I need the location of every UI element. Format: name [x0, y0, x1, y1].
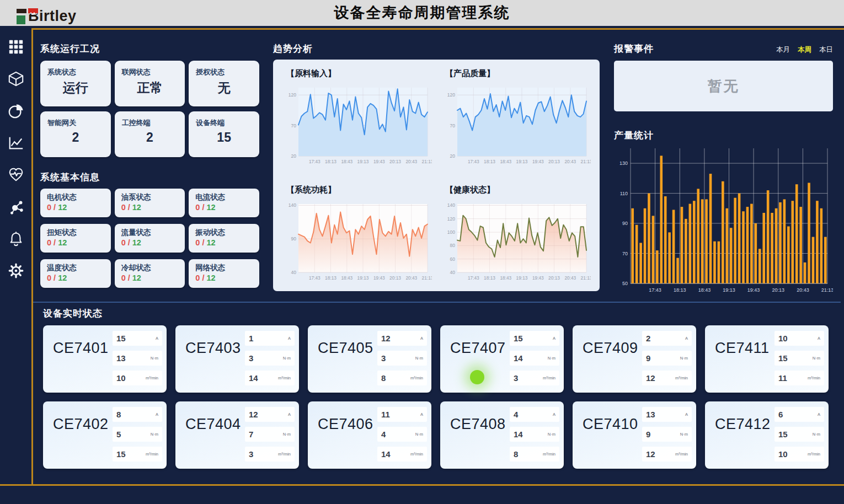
sidebar-item-health[interactable] [7, 166, 25, 184]
svg-text:70: 70 [291, 123, 297, 128]
svg-text:100: 100 [447, 229, 455, 235]
svg-text:18:43: 18:43 [500, 275, 511, 281]
health-status-line-chart: 40608010012014017:4318:1318:4319:1319:43… [441, 199, 591, 286]
svg-text:17:43: 17:43 [309, 159, 320, 164]
svg-text:20: 20 [450, 153, 456, 159]
svg-text:18:43: 18:43 [341, 159, 352, 164]
svg-text:19:13: 19:13 [723, 287, 735, 293]
sidebar-item-settings[interactable] [7, 262, 25, 280]
sidebar-item-dashboard[interactable] [7, 38, 25, 56]
alarm-empty-card: 暂无 [614, 61, 833, 111]
sidebar-item-assets[interactable] [7, 70, 25, 88]
trend-panel: 趋势分析 【原料输入】 207012017:4318:1318:4319:131… [273, 30, 600, 291]
sidebar-item-trends[interactable] [7, 134, 25, 152]
tab-today[interactable]: 本日 [819, 45, 833, 55]
svg-text:17:43: 17:43 [309, 275, 320, 281]
page-title: 设备全寿命周期管理系统 [0, 0, 844, 26]
svg-text:18:13: 18:13 [484, 275, 495, 281]
svg-text:20:43: 20:43 [405, 275, 417, 281]
line-chart-icon [8, 135, 24, 151]
alarm-range-tabs: 本月 本周 本日 [776, 45, 833, 55]
svg-text:20:13: 20:13 [389, 159, 401, 164]
sidebar-item-analytics[interactable] [7, 102, 25, 120]
svg-text:18:43: 18:43 [341, 275, 352, 281]
section-title-devices: 设备实时状态 [43, 307, 841, 320]
svg-text:18:13: 18:13 [484, 159, 495, 164]
svg-text:90: 90 [622, 221, 628, 226]
sidebar-item-topology[interactable] [7, 198, 25, 216]
status-card: 联网状态正常 [115, 61, 185, 106]
svg-text:40: 40 [291, 270, 297, 275]
grid-icon [8, 39, 24, 55]
svg-text:21:13: 21:13 [581, 275, 591, 281]
sidebar-item-alerts[interactable] [7, 230, 25, 248]
svg-text:120: 120 [447, 92, 455, 98]
svg-text:20:43: 20:43 [564, 159, 576, 164]
svg-text:120: 120 [447, 216, 455, 222]
svg-text:20:13: 20:13 [548, 275, 560, 281]
svg-text:110: 110 [620, 191, 628, 196]
info-card: 振动状态0 /12 [189, 224, 259, 253]
device-card-ce7405: CE7405 12A 3N·m 8m³/min [308, 325, 431, 393]
svg-text:40: 40 [450, 270, 456, 275]
system-status-panel: 系统运行工况 系统状态运行 联网状态正常 授权状态无 智能网关2 工控终端2 设… [40, 30, 259, 288]
svg-text:20:43: 20:43 [405, 159, 417, 164]
info-card: 冷却状态0 /12 [115, 259, 185, 288]
production-bar-chart: 50709011013017:4318:1318:4319:1319:4320:… [614, 145, 833, 298]
svg-text:20:43: 20:43 [797, 287, 809, 293]
main-content: 系统运行工况 系统状态运行 联网状态正常 授权状态无 智能网关2 工控终端2 设… [33, 28, 844, 484]
heart-pulse-icon [8, 167, 24, 183]
status-card: 系统状态运行 [40, 61, 111, 106]
device-card-ce7408: CE7408 4A 14N·m 8m³/min [440, 401, 564, 469]
tab-this-month[interactable]: 本月 [776, 45, 790, 55]
svg-text:20:13: 20:13 [548, 159, 560, 164]
cursor-indicator-dot [470, 370, 484, 384]
svg-text:18:13: 18:13 [325, 275, 336, 281]
section-title-system-status: 系统运行工况 [40, 42, 259, 55]
svg-text:19:13: 19:13 [357, 159, 369, 164]
info-card: 油泵状态0 /12 [115, 189, 185, 217]
status-card: 工控终端2 [115, 111, 185, 157]
svg-text:19:13: 19:13 [516, 275, 528, 281]
svg-text:20:13: 20:13 [389, 275, 401, 281]
power-consumption-line-chart: 409014017:4318:1318:4319:1319:4320:1320:… [282, 199, 432, 286]
svg-text:19:43: 19:43 [532, 275, 544, 281]
device-card-ce7401: CE7401 15A 13N·m 10m³/min [43, 325, 167, 393]
device-card-ce7412: CE7412 6A 15N·m 10m³/min [705, 401, 829, 469]
alarm-production-panel: 报警事件 本月 本周 本日 暂无 产量统计 50709011013017:431… [614, 30, 833, 298]
device-card-ce7406: CE7406 11A 4N·m 14m³/min [308, 401, 431, 469]
sidebar [0, 28, 33, 484]
bell-icon [8, 230, 24, 247]
device-card-ce7411: CE7411 10A 15N·m 11m³/min [705, 325, 829, 393]
raw-material-line-chart: 207012017:4318:1318:4319:1319:4320:1320:… [282, 82, 432, 169]
svg-text:19:43: 19:43 [373, 159, 385, 164]
devices-panel: 设备实时状态 CE7401 15A 13N·m 10m³/min CE7403 … [33, 302, 841, 469]
section-title-alarm: 报警事件 [614, 42, 654, 55]
section-title-basic-info: 系统基本信息 [40, 171, 259, 184]
device-card-ce7403: CE7403 1A 3N·m 14m³/min [175, 325, 299, 393]
svg-text:17:43: 17:43 [468, 159, 479, 164]
footer-bar [0, 484, 844, 504]
svg-text:20:13: 20:13 [772, 287, 785, 293]
chart-product-quality: 【产品质量】 207012017:4318:1318:4319:1319:432… [436, 68, 595, 169]
molecule-icon [8, 199, 24, 215]
info-card: 电流状态0 /12 [189, 189, 259, 217]
svg-text:17:43: 17:43 [649, 287, 661, 293]
svg-text:70: 70 [450, 123, 456, 128]
svg-text:21:13: 21:13 [821, 287, 833, 293]
svg-text:21:13: 21:13 [422, 275, 432, 281]
tab-this-week[interactable]: 本周 [798, 45, 811, 55]
svg-text:18:43: 18:43 [698, 287, 711, 293]
trend-card: 【原料输入】 207012017:4318:1318:4319:1319:432… [273, 60, 600, 291]
svg-text:19:13: 19:13 [357, 275, 369, 281]
info-card: 扭矩状态0 /12 [40, 224, 111, 253]
svg-text:90: 90 [291, 236, 297, 242]
devices-grid: CE7401 15A 13N·m 10m³/min CE7403 1A 3N·m… [43, 325, 841, 469]
svg-text:19:43: 19:43 [747, 287, 760, 293]
info-card: 电机状态0 /12 [40, 189, 111, 217]
device-card-ce7402: CE7402 8A 5N·m 15m³/min [43, 401, 167, 469]
alarm-empty-text: 暂无 [708, 77, 740, 96]
gear-icon [8, 262, 24, 279]
svg-text:18:43: 18:43 [500, 159, 511, 164]
device-card-ce7410: CE7410 13A 9N·m 12m³/min [573, 401, 696, 469]
